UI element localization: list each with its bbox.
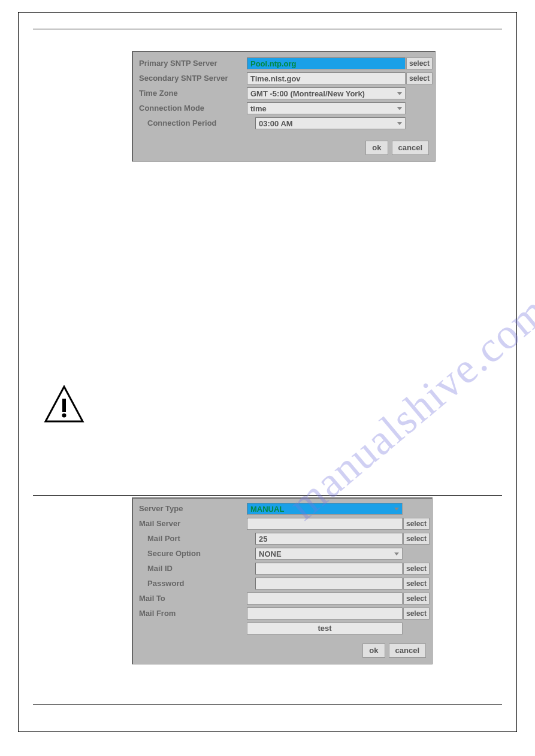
field-server-type[interactable]: MANUAL bbox=[247, 503, 403, 515]
field-mail-port[interactable]: 25 bbox=[255, 533, 403, 545]
divider-top bbox=[33, 29, 502, 29]
row-mail-port: Mail Port 25 select bbox=[133, 531, 432, 546]
label-time-zone: Time Zone bbox=[133, 89, 247, 98]
label-secure-option: Secure Option bbox=[133, 549, 255, 558]
field-primary-sntp[interactable]: Pool.ntp.org bbox=[247, 57, 406, 69]
row-connection-mode: Connection Mode time bbox=[133, 101, 435, 116]
label-mail-from: Mail From bbox=[133, 609, 247, 618]
warning-icon bbox=[43, 384, 85, 426]
label-server-type: Server Type bbox=[133, 504, 247, 513]
select-button[interactable]: select bbox=[403, 563, 430, 575]
divider-bottom bbox=[33, 704, 502, 705]
label-mail-id: Mail ID bbox=[133, 564, 255, 573]
field-secondary-sntp[interactable]: Time.nist.gov bbox=[247, 72, 406, 84]
cancel-button[interactable]: cancel bbox=[392, 141, 429, 155]
svg-point-2 bbox=[62, 414, 67, 418]
label-password: Password bbox=[133, 579, 255, 588]
label-connection-mode: Connection Mode bbox=[133, 104, 247, 113]
mail-settings-panel: Server Type MANUAL Mail Server select Ma… bbox=[132, 497, 433, 664]
row-connection-period: Connection Period 03:00 AM bbox=[133, 116, 435, 130]
button-row: ok cancel bbox=[362, 643, 426, 658]
ok-button[interactable]: ok bbox=[362, 643, 385, 658]
label-mail-to: Mail To bbox=[133, 594, 247, 603]
field-mail-server[interactable] bbox=[247, 518, 403, 530]
label-secondary-sntp: Secondary SNTP Server bbox=[133, 74, 247, 83]
select-button[interactable]: select bbox=[403, 608, 430, 620]
field-connection-mode[interactable]: time bbox=[247, 102, 406, 114]
row-mail-id: Mail ID select bbox=[133, 561, 432, 576]
row-mail-server: Mail Server select bbox=[133, 516, 432, 531]
sntp-settings-panel: Primary SNTP Server Pool.ntp.org select … bbox=[132, 51, 436, 162]
select-button[interactable]: select bbox=[403, 533, 430, 545]
label-primary-sntp: Primary SNTP Server bbox=[133, 59, 247, 68]
row-time-zone: Time Zone GMT -5:00 (Montreal/New York) bbox=[133, 86, 435, 101]
ok-button[interactable]: ok bbox=[365, 141, 388, 155]
button-row: ok cancel bbox=[365, 141, 429, 155]
field-connection-period[interactable]: 03:00 AM bbox=[255, 117, 406, 129]
row-mail-to: Mail To select bbox=[133, 591, 432, 606]
label-connection-period: Connection Period bbox=[133, 119, 255, 127]
row-password: Password select bbox=[133, 576, 432, 591]
svg-rect-1 bbox=[62, 399, 66, 412]
row-secondary-sntp: Secondary SNTP Server Time.nist.gov sele… bbox=[133, 71, 435, 86]
field-mail-to[interactable] bbox=[247, 593, 403, 605]
select-button[interactable]: select bbox=[403, 578, 430, 590]
select-button[interactable]: select bbox=[406, 57, 433, 69]
row-test: test bbox=[133, 621, 432, 636]
divider-mid bbox=[33, 495, 502, 496]
select-button[interactable]: select bbox=[406, 72, 433, 84]
field-mail-from[interactable] bbox=[247, 608, 403, 620]
field-secure-option[interactable]: NONE bbox=[255, 548, 403, 560]
field-mail-id[interactable] bbox=[255, 563, 403, 575]
cancel-button[interactable]: cancel bbox=[389, 643, 426, 658]
select-button[interactable]: select bbox=[403, 518, 430, 530]
row-secure-option: Secure Option NONE bbox=[133, 546, 432, 561]
field-password[interactable] bbox=[255, 578, 403, 590]
test-button[interactable]: test bbox=[247, 623, 403, 634]
label-mail-port: Mail Port bbox=[133, 534, 255, 543]
select-button[interactable]: select bbox=[403, 593, 430, 605]
field-time-zone[interactable]: GMT -5:00 (Montreal/New York) bbox=[247, 87, 406, 99]
row-primary-sntp: Primary SNTP Server Pool.ntp.org select bbox=[133, 56, 435, 71]
row-server-type: Server Type MANUAL bbox=[133, 501, 432, 516]
label-mail-server: Mail Server bbox=[133, 519, 247, 528]
row-mail-from: Mail From select bbox=[133, 606, 432, 621]
